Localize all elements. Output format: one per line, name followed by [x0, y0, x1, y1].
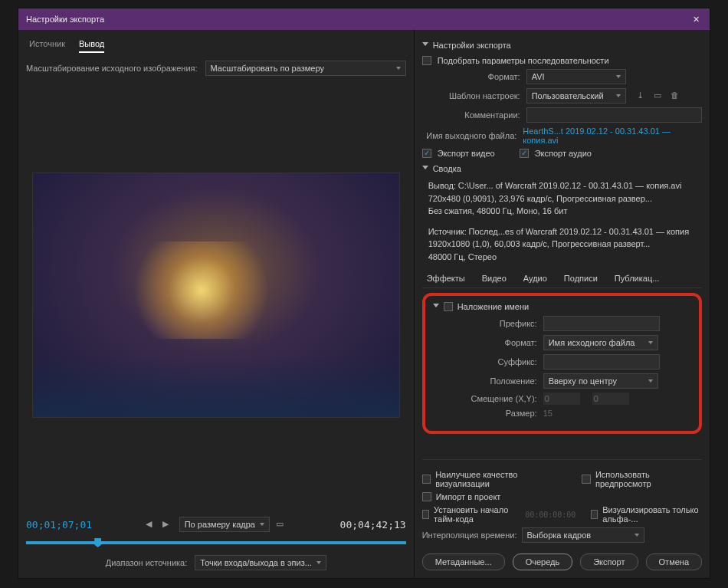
summary-hdr: Сводка — [433, 164, 461, 173]
overlay-position-select[interactable]: Вверху по центру — [543, 373, 658, 389]
step-fwd-icon[interactable]: ▶ — [162, 519, 173, 530]
left-panel: Источник Вывод Масштабирование исходного… — [18, 30, 415, 578]
range-select[interactable]: Точки входа/выхода в эпиз... — [195, 555, 326, 570]
preview-image — [32, 172, 400, 418]
crop-icon[interactable]: ▭ — [276, 519, 287, 530]
time-interpolation-select[interactable]: Выборка кадров — [522, 527, 644, 543]
metadata-button[interactable]: Метаданные... — [422, 554, 505, 570]
overlay-size-value[interactable]: 15 — [543, 409, 553, 418]
timeline: 00;01;07;01 ◀ ▶ По размеру кадра ▭ 00;04… — [26, 512, 406, 570]
fit-select[interactable]: По размеру кадра — [179, 517, 270, 532]
name-overlay-section: Наложение имени Префикс: Формат:Имя исхо… — [422, 293, 702, 434]
match-sequence-label: Подобрать параметры последовательности — [438, 56, 609, 65]
render-alpha-checkbox[interactable] — [591, 510, 598, 519]
preview-area — [26, 85, 406, 504]
export-settings-dialog: Настройки экспорта ✕ Источник Вывод Масш… — [18, 8, 710, 579]
timeline-slider[interactable] — [26, 541, 406, 544]
export-audio-checkbox[interactable] — [520, 149, 529, 158]
match-sequence-checkbox[interactable] — [422, 56, 431, 65]
import-preset-icon[interactable]: ▭ — [654, 90, 664, 101]
offset-y-input[interactable] — [592, 393, 629, 405]
tab-effects[interactable]: Эффекты — [425, 271, 467, 287]
summary-source: Источник: Послед...es of Warcraft 2019.0… — [422, 225, 702, 264]
best-quality-checkbox[interactable] — [422, 475, 431, 484]
summary-output: Вывод: C:\User... of Warcraft 2019.02.12… — [422, 179, 702, 218]
save-preset-icon[interactable]: ⤓ — [637, 90, 648, 101]
settings-tabs: Эффекты Видео Аудио Подписи Публикац... — [422, 271, 702, 288]
timecode-out: 00;04;42;13 — [340, 519, 406, 531]
dialog-title: Настройки экспорта — [26, 15, 104, 24]
scale-select[interactable]: Масштабировать по размеру — [205, 61, 406, 76]
prefix-input[interactable] — [543, 316, 660, 331]
queue-button[interactable]: Очередь — [513, 554, 573, 570]
import-project-checkbox[interactable] — [422, 492, 431, 501]
step-back-icon[interactable]: ◀ — [146, 519, 156, 530]
tab-video[interactable]: Видео — [480, 271, 508, 287]
tab-captions[interactable]: Подписи — [562, 271, 599, 287]
range-label: Диапазон источника: — [106, 558, 187, 567]
cancel-button[interactable]: Отмена — [646, 554, 702, 570]
name-overlay-checkbox[interactable] — [444, 302, 453, 311]
tab-audio[interactable]: Аудио — [522, 271, 549, 287]
tab-publish[interactable]: Публикац... — [613, 271, 661, 287]
tab-output[interactable]: Вывод — [79, 39, 104, 53]
set-timecode-checkbox[interactable] — [422, 510, 429, 519]
output-filename-link[interactable]: HearthS...t 2019.02.12 - 00.31.43.01 — к… — [523, 126, 702, 145]
titlebar: Настройки экспорта ✕ — [18, 8, 710, 30]
suffix-input[interactable] — [543, 354, 660, 370]
scale-label: Масштабирование исходного изображения: — [26, 64, 198, 73]
close-button[interactable]: ✕ — [690, 13, 702, 25]
export-video-checkbox[interactable] — [422, 149, 431, 158]
format-select[interactable]: AVI — [526, 69, 626, 84]
offset-x-input[interactable] — [543, 393, 580, 405]
overlay-format-select[interactable]: Имя исходного файла — [543, 335, 658, 350]
tab-source[interactable]: Источник — [29, 39, 65, 53]
use-preview-checkbox[interactable] — [582, 475, 590, 484]
timecode-in[interactable]: 00;01;07;01 — [26, 519, 92, 531]
right-panel: Настройки экспорта Подобрать параметры п… — [415, 30, 710, 578]
preset-select[interactable]: Пользовательский — [526, 88, 626, 103]
comments-input[interactable] — [526, 107, 702, 123]
export-settings-hdr: Настройки экспорта — [433, 41, 511, 50]
delete-preset-icon[interactable]: 🗑 — [671, 90, 681, 101]
export-button[interactable]: Экспорт — [580, 554, 638, 570]
bottom-options: Наилучшее качество визуализации Использо… — [422, 459, 702, 570]
